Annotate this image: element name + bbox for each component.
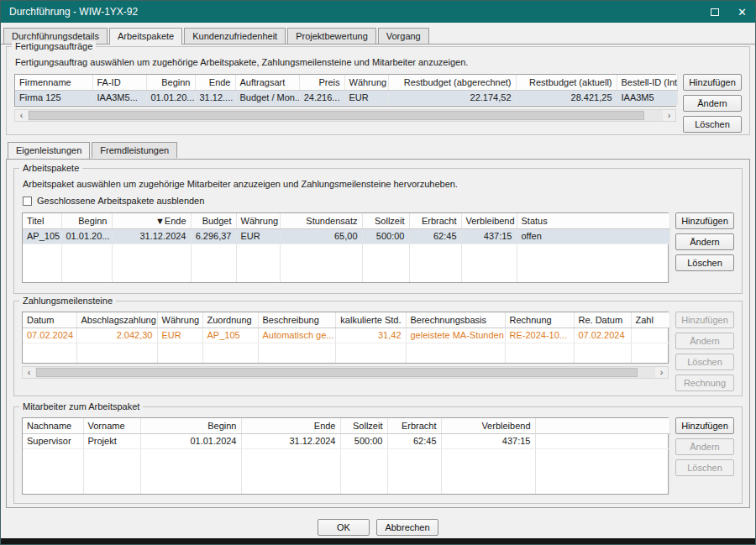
column-header[interactable]: Beginn: [140, 418, 241, 433]
column-header[interactable]: Budget: [191, 213, 236, 228]
cell[interactable]: Budget / Mon...: [235, 90, 299, 105]
column-header[interactable]: Beginn: [61, 213, 112, 228]
ap-edit-button[interactable]: Ändern: [675, 233, 734, 250]
column-header[interactable]: FA-ID: [92, 75, 146, 90]
zm-add-button[interactable]: Hinzufügen: [675, 312, 734, 328]
fa-delete-button[interactable]: Löschen: [683, 116, 742, 133]
column-header[interactable]: Währung: [236, 213, 280, 228]
close-icon[interactable]: ✕: [738, 7, 747, 18]
column-header[interactable]: Beginn: [146, 75, 195, 90]
column-header[interactable]: Restbudget (abgerechnet): [388, 75, 516, 90]
cell[interactable]: 62:45: [387, 433, 441, 448]
cell[interactable]: 31.12.2024: [241, 433, 340, 448]
cell[interactable]: AP_105: [23, 228, 61, 244]
column-header[interactable]: ▼Ende: [112, 213, 191, 228]
tab-vorgang[interactable]: Vorgang: [378, 28, 429, 44]
column-header[interactable]: Verbleibend: [441, 418, 535, 433]
column-header[interactable]: Beschreibung: [258, 312, 335, 328]
cell[interactable]: IAA3M5...: [92, 90, 146, 105]
column-header[interactable]: Titel: [23, 213, 61, 228]
cell[interactable]: 31.12.2024: [112, 228, 191, 244]
column-header[interactable]: Erbracht: [409, 213, 461, 228]
zm-edit-button[interactable]: Ändern: [675, 333, 734, 349]
table-row[interactable]: Supervisor Projekt 01.01.2024 31.12.2024…: [23, 433, 669, 448]
horizontal-scrollbar[interactable]: ‹ ›: [22, 366, 669, 379]
cell[interactable]: 62:45: [409, 228, 461, 244]
ma-edit-button[interactable]: Ändern: [675, 438, 734, 455]
cell[interactable]: 07.02.2024: [23, 328, 76, 343]
cell[interactable]: offen: [517, 228, 669, 244]
column-header[interactable]: Rechnung: [505, 312, 574, 328]
cell[interactable]: Automatisch ge...: [258, 328, 335, 343]
cell[interactable]: 31,42: [335, 328, 406, 343]
column-header[interactable]: Ende: [195, 75, 235, 90]
column-header[interactable]: Ende: [241, 418, 340, 433]
column-header[interactable]: Verbleibend: [461, 213, 517, 228]
tab-projektbewertung[interactable]: Projektbewertung: [287, 28, 376, 44]
column-header[interactable]: Datum: [23, 312, 76, 328]
cell[interactable]: 28.421,25: [516, 90, 617, 105]
cell[interactable]: 01.01.20...: [146, 90, 195, 105]
cell[interactable]: EUR: [344, 90, 388, 105]
table-row[interactable]: 07.02.2024 2.042,30 EUR AP_105 Automatis…: [23, 328, 669, 343]
cancel-button[interactable]: Abbrechen: [376, 519, 438, 536]
zm-invoice-button[interactable]: Rechnung: [675, 375, 734, 391]
cell[interactable]: [631, 328, 669, 343]
column-header[interactable]: Sollzeit: [340, 418, 387, 433]
scrollbar-thumb[interactable]: [29, 111, 644, 120]
column-header[interactable]: Währung: [157, 312, 202, 328]
fa-edit-button[interactable]: Ändern: [683, 95, 742, 112]
column-header[interactable]: Auftragsart: [235, 75, 299, 90]
column-header[interactable]: Berechnungsbasis: [406, 312, 505, 328]
maximize-icon[interactable]: [711, 8, 719, 16]
ma-add-button[interactable]: Hinzufügen: [675, 417, 734, 434]
cell[interactable]: Supervisor: [23, 433, 83, 448]
scroll-left-icon[interactable]: ‹: [15, 110, 28, 121]
column-header[interactable]: Bestell-ID (Intern): [617, 75, 677, 90]
ma-delete-button[interactable]: Löschen: [675, 459, 734, 476]
cell[interactable]: geleistete MA-Stunden: [406, 328, 505, 343]
zm-delete-button[interactable]: Löschen: [675, 354, 734, 370]
column-header[interactable]: kalkulierte Std.: [335, 312, 406, 328]
cell[interactable]: 01.01.2024: [140, 433, 241, 448]
subtab-fremdleistungen[interactable]: Fremdleistungen: [92, 142, 177, 158]
column-header[interactable]: Vorname: [83, 418, 140, 433]
cell[interactable]: EUR: [236, 228, 280, 244]
column-header[interactable]: Sollzeit: [362, 213, 409, 228]
cell[interactable]: 437:15: [441, 433, 535, 448]
cell[interactable]: 65,00: [280, 228, 362, 244]
cell[interactable]: Firma 125: [15, 90, 92, 105]
cell[interactable]: IAA3M5: [617, 90, 677, 105]
cell[interactable]: 2.042,30: [76, 328, 157, 343]
table-row[interactable]: Firma 125 IAA3M5... 01.01.20... 31.12...…: [15, 90, 677, 105]
column-header[interactable]: Status: [517, 213, 669, 228]
column-header[interactable]: Nachname: [23, 418, 83, 433]
tab-arbeitspakete[interactable]: Arbeitspakete: [109, 28, 182, 45]
column-header[interactable]: Zahl: [631, 312, 669, 328]
column-header[interactable]: Zuordnung: [202, 312, 258, 328]
column-header[interactable]: Stundensatz: [280, 213, 362, 228]
cell[interactable]: RE-2024-10...: [505, 328, 574, 343]
hide-closed-checkbox[interactable]: [23, 197, 32, 206]
ok-button[interactable]: OK: [318, 519, 370, 536]
cell[interactable]: 01.01.20...: [61, 228, 112, 244]
fa-add-button[interactable]: Hinzufügen: [683, 74, 742, 91]
scroll-left-icon[interactable]: ‹: [23, 367, 35, 378]
tab-kundenzufriedenheit[interactable]: Kundenzufriedenheit: [184, 28, 286, 44]
cell[interactable]: 500:00: [362, 228, 409, 244]
horizontal-scrollbar[interactable]: ‹ ›: [14, 109, 676, 122]
cell[interactable]: Projekt: [83, 433, 140, 448]
column-header[interactable]: Erbracht: [387, 418, 441, 433]
ap-add-button[interactable]: Hinzufügen: [675, 212, 734, 229]
table-row[interactable]: AP_105 01.01.20... 31.12.2024 6.296,37 E…: [23, 228, 669, 244]
cell[interactable]: 6.296,37: [191, 228, 236, 244]
cell[interactable]: EUR: [157, 328, 202, 343]
column-header[interactable]: [535, 418, 669, 433]
cell[interactable]: 22.174,52: [388, 90, 516, 105]
cell[interactable]: [535, 433, 669, 448]
scrollbar-thumb[interactable]: [36, 368, 638, 377]
cell[interactable]: 437:15: [461, 228, 517, 244]
cell[interactable]: 31.12....: [195, 90, 235, 105]
column-header[interactable]: Re. Datum: [574, 312, 631, 328]
scrollbar-track[interactable]: [35, 367, 655, 378]
